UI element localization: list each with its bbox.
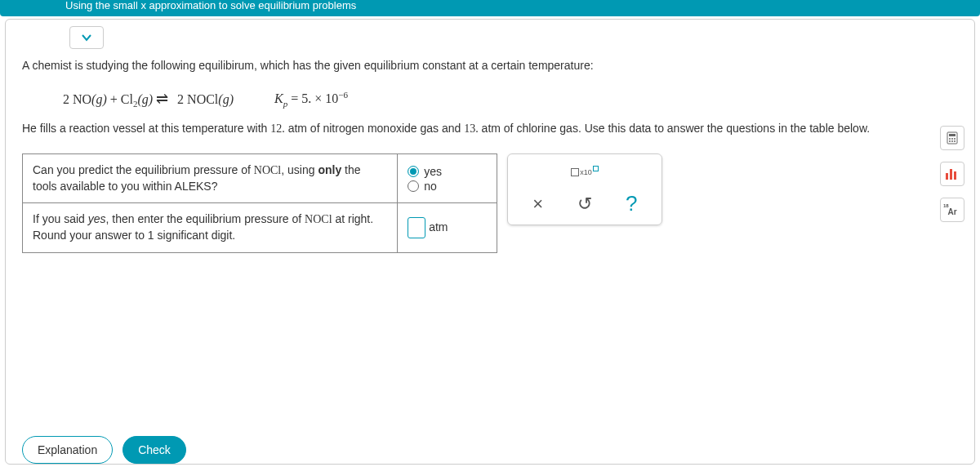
radio-icon [408,166,419,177]
chevron-down-icon [80,31,93,44]
box-icon [571,168,579,176]
table-row: Can you predict the equilibrium pressure… [23,154,497,203]
reset-button[interactable]: ↺ [572,193,598,215]
equation: 2 NO(g) + Cl2(g) 2 NOCl(g) [63,90,234,109]
q1-text: Can you predict the equilibrium pressure… [23,154,398,203]
periodic-table-button[interactable]: 18 Ar [940,198,964,222]
help-button[interactable]: ? [618,191,644,216]
svg-point-7 [954,140,956,142]
input-tool-panel: x10 × ↺ ? [507,153,662,225]
question-table: Can you predict the equilibrium pressure… [22,153,497,252]
q2-text: If you said yes, then enter the equilibr… [23,203,398,252]
svg-point-4 [954,138,956,140]
svg-rect-1 [949,134,956,136]
pressure-input[interactable] [408,217,425,238]
radio-no[interactable]: no [408,180,487,193]
content: A chemist is studying the following equi… [6,20,974,253]
svg-rect-10 [954,171,956,180]
radio-icon [408,180,419,192]
unit-label: atm [429,220,448,234]
clear-button[interactable]: × [525,193,551,215]
kp-value: Kp = 5. × 10−6 [274,90,348,109]
main-panel: A chemist is studying the following equi… [5,19,975,465]
q2-answer: atm [398,203,497,252]
exp-box-icon [593,166,599,171]
svg-point-3 [951,138,953,140]
svg-rect-8 [946,173,948,180]
svg-point-5 [949,140,951,142]
description: He fills a reaction vessel at this tempe… [22,120,958,137]
data-button[interactable] [940,162,964,186]
footer-buttons: Explanation Check [22,436,186,464]
calculator-icon [946,131,959,145]
explanation-button[interactable]: Explanation [22,436,113,464]
svg-point-2 [949,138,951,140]
sci-notation-button[interactable]: x10 [571,166,599,178]
svg-point-6 [951,140,953,142]
q1-answer: yes no [398,154,497,203]
equation-row: 2 NO(g) + Cl2(g) 2 NOCl(g) Kp = 5. × 10−… [22,83,958,120]
side-tools: 18 Ar [940,126,964,222]
bar-chart-icon [945,168,960,180]
table-zone: Can you predict the equilibrium pressure… [22,153,958,252]
check-button[interactable]: Check [122,436,186,464]
calculator-button[interactable] [940,126,964,150]
radio-yes[interactable]: yes [408,165,487,178]
lesson-title: Using the small x approximation to solve… [65,0,356,11]
table-row: If you said yes, then enter the equilibr… [23,203,497,252]
lesson-header: Using the small x approximation to solve… [0,0,980,16]
intro-text: A chemist is studying the following equi… [22,59,958,72]
equilibrium-arrows-icon [156,90,174,108]
svg-rect-9 [950,169,952,180]
collapse-button[interactable] [69,26,104,49]
